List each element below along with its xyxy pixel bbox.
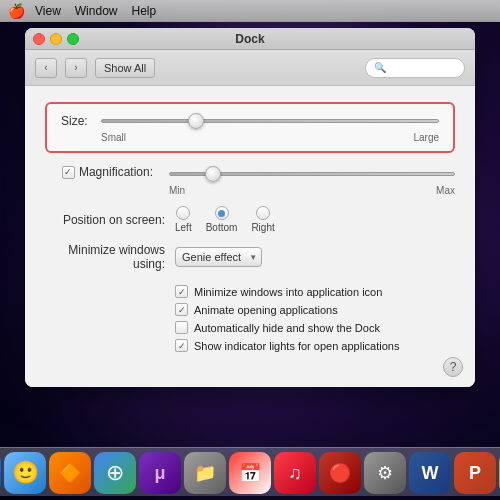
minimize-button[interactable] — [50, 33, 62, 45]
dock-icon-itunes[interactable]: ♫ — [274, 452, 316, 494]
preferences-window: Dock ‹ › Show All 🔍 Size: Small Large — [25, 28, 475, 387]
mag-slider-thumb[interactable] — [205, 166, 221, 182]
titlebar: Dock — [25, 28, 475, 50]
dock-icon-calendar[interactable]: 📅 — [229, 452, 271, 494]
dock-area: S ⊙ 🙂 🔶 ⊕ μ 📁 📅 ♫ 🔴 ⚙ — [0, 435, 500, 500]
dock-icon-finder[interactable]: 🙂 — [4, 452, 46, 494]
check-label-0: Minimize windows into application icon — [194, 286, 382, 298]
position-left-radio[interactable] — [176, 206, 190, 220]
menu-view[interactable]: View — [35, 4, 61, 18]
magnification-checkbox[interactable]: ✓ — [62, 166, 75, 179]
select-arrow-icon: ▼ — [249, 253, 257, 262]
minimize-row: Minimize windows using: Genie effect ▼ — [45, 243, 455, 271]
mag-slider-container — [169, 165, 455, 183]
check-label-2: Automatically hide and show the Dock — [194, 322, 380, 334]
size-row: Size: — [61, 112, 439, 130]
position-row: Position on screen: Left Bottom Right — [45, 206, 455, 233]
position-radio-group: Left Bottom Right — [175, 206, 275, 233]
dock-icon-safari[interactable]: ⊙ — [0, 452, 1, 494]
window-title: Dock — [235, 32, 264, 46]
dock-icon-ppt[interactable]: P — [454, 452, 496, 494]
dock-icon-vlc[interactable]: 🔶 — [49, 452, 91, 494]
toolbar: ‹ › Show All 🔍 — [25, 50, 475, 86]
check-row-1: ✓ Animate opening applications — [175, 303, 455, 316]
checkboxes-area: ✓ Minimize windows into application icon… — [45, 285, 455, 352]
apple-menu[interactable]: 🍎 — [8, 3, 25, 19]
search-icon: 🔍 — [374, 62, 386, 73]
dock-icon-chrome[interactable]: ⊕ — [94, 452, 136, 494]
checkbox-2[interactable] — [175, 321, 188, 334]
check-row-3: ✓ Show indicator lights for open applica… — [175, 339, 455, 352]
magnification-label: Magnification: — [79, 165, 153, 179]
position-left-label: Left — [175, 222, 192, 233]
position-left: Left — [175, 206, 192, 233]
maximize-button[interactable] — [67, 33, 79, 45]
position-right-label: Right — [251, 222, 274, 233]
position-label: Position on screen: — [45, 213, 175, 227]
preferences-content: Size: Small Large ✓ Magnification: — [25, 86, 475, 387]
minimize-effect-value: Genie effect — [182, 251, 241, 263]
size-slider-container — [101, 112, 439, 130]
search-bar[interactable]: 🔍 — [365, 58, 465, 78]
dock-icon-mu[interactable]: μ — [139, 452, 181, 494]
mag-min-label: Min — [169, 185, 185, 196]
checkbox-3[interactable]: ✓ — [175, 339, 188, 352]
position-right-radio[interactable] — [256, 206, 270, 220]
check-row-2: Automatically hide and show the Dock — [175, 321, 455, 334]
dock-icon-word[interactable]: W — [409, 452, 451, 494]
size-section: Size: Small Large — [45, 102, 455, 153]
position-bottom-label: Bottom — [206, 222, 238, 233]
size-small-label: Small — [101, 132, 126, 143]
dock: S ⊙ 🙂 🔶 ⊕ μ 📁 📅 ♫ 🔴 ⚙ — [0, 447, 500, 496]
dock-icon-folder[interactable]: 📁 — [184, 452, 226, 494]
position-bottom: Bottom — [206, 206, 238, 233]
mag-max-label: Max — [436, 185, 455, 196]
dock-icon-red[interactable]: 🔴 — [319, 452, 361, 494]
size-slider-track — [101, 119, 439, 123]
mag-slider-labels: Min Max — [169, 185, 455, 196]
magnification-row: ✓ Magnification: Min Max — [45, 163, 455, 196]
checkbox-1[interactable]: ✓ — [175, 303, 188, 316]
size-slider-labels: Small Large — [61, 132, 439, 143]
traffic-lights — [33, 33, 79, 45]
magnification-checkbox-wrapper: ✓ Magnification: — [62, 165, 153, 179]
check-label-3: Show indicator lights for open applicati… — [194, 340, 399, 352]
menubar: 🍎 View Window Help — [0, 0, 500, 22]
size-label: Size: — [61, 114, 91, 128]
check-row-0: ✓ Minimize windows into application icon — [175, 285, 455, 298]
show-all-button[interactable]: Show All — [95, 58, 155, 78]
menu-window[interactable]: Window — [75, 4, 118, 18]
position-bottom-radio[interactable] — [215, 206, 229, 220]
menu-help[interactable]: Help — [131, 4, 156, 18]
position-right: Right — [251, 206, 274, 233]
check-label-1: Animate opening applications — [194, 304, 338, 316]
menubar-items: View Window Help — [35, 4, 156, 18]
checkbox-0[interactable]: ✓ — [175, 285, 188, 298]
size-slider-thumb[interactable] — [188, 113, 204, 129]
dock-icon-gray[interactable]: ⚙ — [364, 452, 406, 494]
back-button[interactable]: ‹ — [35, 58, 57, 78]
mag-slider-track — [169, 172, 455, 176]
size-large-label: Large — [413, 132, 439, 143]
minimize-label: Minimize windows using: — [45, 243, 175, 271]
help-button[interactable]: ? — [443, 357, 463, 377]
close-button[interactable] — [33, 33, 45, 45]
forward-button[interactable]: › — [65, 58, 87, 78]
magnification-slider-area: Min Max — [169, 165, 455, 196]
minimize-effect-select[interactable]: Genie effect ▼ — [175, 247, 262, 267]
